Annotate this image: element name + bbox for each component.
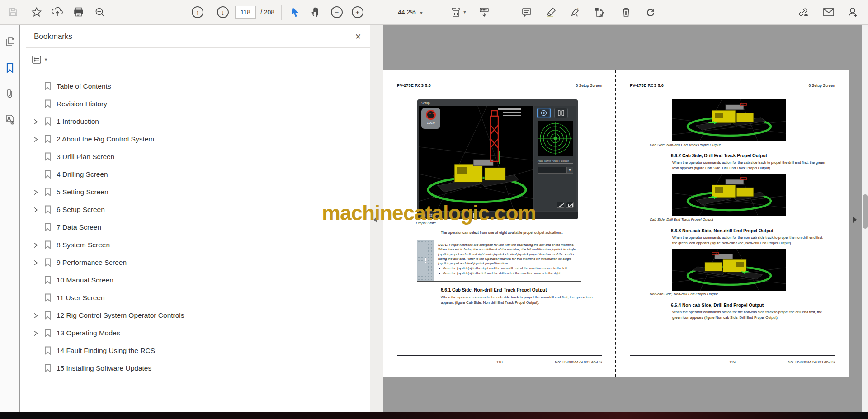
expand-chevron-icon[interactable]	[33, 118, 39, 125]
scrolling-mode-icon[interactable]	[476, 4, 493, 21]
section-body: When the operator commands action for th…	[672, 310, 826, 320]
bookmark-item[interactable]: 15 Installing Software Updates	[20, 359, 370, 377]
delete-icon[interactable]	[618, 4, 635, 21]
page-thumbnails-icon[interactable]	[4, 35, 16, 48]
collapse-panel-icon[interactable]	[373, 216, 377, 223]
bookmark-item[interactable]: 9 Performance Screen	[20, 254, 370, 271]
star-icon[interactable]	[28, 4, 45, 21]
share-upload-icon[interactable]	[49, 4, 66, 21]
bookmark-icon	[44, 223, 51, 231]
bookmark-item[interactable]: 13 Operating Modes	[20, 324, 370, 342]
share-with-people-icon[interactable]	[844, 4, 862, 21]
bookmark-item[interactable]: 4 Drilling Screen	[20, 165, 370, 183]
bookmark-item[interactable]: 1 Introduction	[20, 113, 370, 130]
bookmark-label: Table of Contents	[57, 82, 111, 90]
bookmark-icon	[44, 135, 51, 143]
bookmark-item[interactable]: Table of Contents	[20, 77, 370, 95]
page-header-right: 6 Setup Screen	[808, 83, 835, 88]
figure-caption: Non-cab Side, Non-drill End Propel Outpu…	[650, 292, 718, 296]
expand-chevron-icon[interactable]	[33, 189, 39, 195]
attachments-icon[interactable]	[4, 87, 16, 100]
bookmark-item[interactable]: 12 Rig Control System Operator Controls	[20, 306, 370, 324]
bookmark-label: 2 About the Rig Control System	[57, 135, 154, 143]
bookmark-icon	[44, 170, 51, 179]
page-header-left: PV-275E RCS 5.6	[397, 83, 431, 88]
bookmark-item[interactable]: 5 Setting Screen	[20, 183, 370, 201]
expand-chevron-icon[interactable]	[33, 136, 39, 142]
page-number-input[interactable]	[235, 6, 256, 19]
bookmark-item[interactable]: 6 Setup Screen	[20, 201, 370, 218]
expand-tools-panel-icon[interactable]	[853, 216, 857, 223]
vertical-scrollbar[interactable]	[862, 25, 868, 412]
bookmark-options-button[interactable]: ▼	[32, 53, 52, 66]
search-icon[interactable]	[91, 4, 108, 21]
expand-chevron-icon[interactable]	[33, 330, 39, 336]
expand-chevron-icon[interactable]	[33, 207, 39, 213]
bookmark-item[interactable]: 7 Data Screen	[20, 218, 370, 236]
hand-tool-icon[interactable]	[307, 4, 325, 21]
note-box: ! NOTE: Propel functions are designed fo…	[417, 240, 581, 282]
expand-chevron-icon[interactable]	[33, 312, 39, 319]
bookmark-item[interactable]: 11 User Screen	[20, 289, 370, 306]
select-tool-icon[interactable]	[287, 4, 304, 21]
share-link-icon[interactable]	[795, 4, 812, 21]
fill-and-sign-icon[interactable]	[567, 4, 584, 21]
email-icon[interactable]	[820, 4, 837, 21]
save-icon[interactable]	[5, 4, 22, 21]
figure-caption: Cab Side, Drill End Track Propel Output	[650, 217, 713, 221]
rig-setup-screenshot: Setup	[417, 99, 578, 219]
rig-screen-title: Setup	[421, 101, 430, 105]
zoom-level[interactable]: 44,2% ▼	[398, 9, 423, 16]
bookmark-icon	[44, 205, 51, 214]
previous-page-icon[interactable]: ↑	[189, 4, 206, 21]
navigation-rail	[0, 25, 19, 412]
comment-icon[interactable]	[518, 4, 535, 21]
fit-width-icon[interactable]: ▼	[450, 4, 467, 21]
rig-propel-badge[interactable]: 100.0	[421, 108, 440, 129]
bookmark-item[interactable]: 3 Drill Plan Screen	[20, 148, 370, 165]
bookmark-icon	[44, 240, 51, 249]
zoom-out-icon[interactable]: −	[328, 4, 345, 21]
status-value: 22	[428, 213, 434, 217]
tram-steer-button[interactable]	[554, 108, 568, 118]
bookmark-icon	[44, 293, 51, 302]
bookmark-item[interactable]: Revision History	[20, 95, 370, 113]
zoom-in-icon[interactable]: +	[349, 4, 366, 21]
bookmarks-panel-icon[interactable]	[4, 61, 16, 74]
view-disabled-icon[interactable]	[566, 202, 574, 208]
page-break-divider	[615, 70, 616, 377]
document-number: No: TIS0004479.003 en-US	[555, 360, 602, 364]
pdf-page-left: PV-275E RCS 5.6 6 Setup Screen Setup	[383, 70, 616, 377]
bookmark-icon	[44, 276, 51, 284]
edit-pages-icon[interactable]	[591, 4, 609, 21]
dropdown-caret-icon[interactable]: ▼	[566, 167, 573, 174]
rig-figure	[672, 174, 786, 216]
camera-disabled-icon[interactable]	[557, 202, 564, 208]
bookmark-label: 13 Operating Modes	[57, 329, 120, 337]
scrollbar-thumb[interactable]	[863, 194, 868, 229]
redo-icon[interactable]	[642, 4, 659, 21]
expand-chevron-icon[interactable]	[33, 242, 39, 248]
next-page-icon[interactable]: ↓	[214, 4, 231, 21]
bookmark-label: Revision History	[57, 100, 107, 108]
section-heading: 6.6.4 Non-cab Side, Drill End Propel Out…	[671, 303, 764, 308]
tower-angle-dropdown[interactable]: ▼	[538, 167, 566, 174]
bookmark-item[interactable]: 14 Fault Finding Using the RCS	[20, 342, 370, 359]
toolbar-separator	[501, 5, 501, 20]
bookmark-item[interactable]: 2 About the Rig Control System	[20, 130, 370, 148]
propel-badge-value: 100.0	[421, 121, 440, 124]
header-rule	[397, 89, 602, 89]
bookmark-item[interactable]: 8 System Screen	[20, 236, 370, 254]
bookmark-item[interactable]: 10 Manual Screen	[20, 271, 370, 289]
expand-chevron-icon[interactable]	[33, 259, 39, 266]
grid-view-icon[interactable]	[471, 213, 476, 218]
bookmark-icon	[44, 152, 51, 161]
highlight-icon[interactable]	[542, 4, 560, 21]
print-icon[interactable]	[70, 4, 87, 21]
close-panel-icon[interactable]: ✕	[353, 31, 363, 42]
tower-target-button[interactable]	[537, 108, 551, 118]
footer-rule	[397, 355, 602, 356]
bookmark-icon	[44, 258, 51, 267]
rig-figure	[672, 99, 786, 141]
tags-panel-icon[interactable]	[4, 113, 16, 126]
